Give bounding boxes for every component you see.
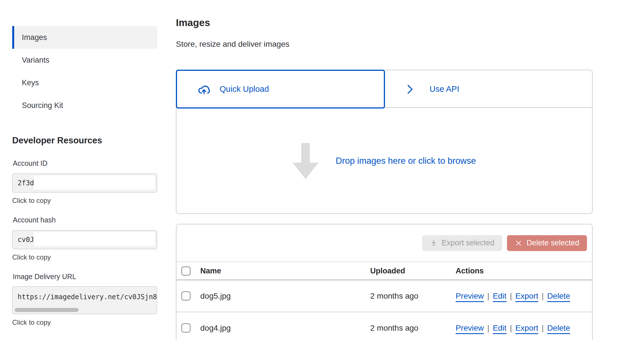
export-link[interactable]: Export [515, 324, 538, 333]
account-hash-copy-hint: Click to copy [12, 253, 51, 261]
edit-link[interactable]: Edit [493, 324, 506, 333]
account-hash-redaction [34, 232, 155, 246]
upload-card: Quick Upload Use API Drop images here or… [176, 70, 593, 214]
column-header-actions: Actions [456, 267, 592, 275]
sidebar-item-variants[interactable]: Variants [12, 49, 157, 71]
tab-quick-upload-label: Quick Upload [220, 84, 269, 94]
action-separator: | [542, 324, 544, 333]
sidebar-item-label: Keys [22, 78, 39, 87]
tab-use-api[interactable]: Use API [403, 70, 459, 108]
image-name: dog5.jpg [200, 292, 370, 301]
uploaded-ago: 2 months ago [370, 292, 456, 301]
table-row: dog5.jpg 2 months ago Preview | Edit | E… [176, 280, 592, 312]
delivery-url-value: https://imagedelivery.net/cv0JSjn80 [18, 293, 157, 301]
account-id-value: 2f3d [18, 179, 34, 187]
account-hash-value: cv0J [18, 236, 34, 244]
delivery-url-label: Image Delivery URL [13, 273, 76, 281]
page-title: Images [176, 17, 210, 28]
preview-link[interactable]: Preview [456, 292, 484, 301]
table-row: dog4.jpg 2 months ago Preview | Edit | E… [176, 312, 592, 340]
x-icon [515, 239, 523, 247]
row-checkbox[interactable] [181, 323, 191, 333]
action-separator: | [510, 292, 512, 301]
edit-link[interactable]: Edit [493, 292, 506, 301]
tab-quick-upload[interactable]: Quick Upload [176, 70, 385, 109]
action-separator: | [542, 292, 544, 301]
select-all-checkbox[interactable] [181, 266, 191, 276]
tab-use-api-label: Use API [430, 84, 459, 94]
sidebar-item-label: Images [22, 33, 47, 42]
horizontal-scrollbar-thumb[interactable] [15, 308, 79, 312]
chevron-right-icon [403, 83, 416, 95]
sidebar-item-sourcing-kit[interactable]: Sourcing Kit [12, 94, 157, 117]
row-actions: Preview | Edit | Export | Delete [456, 324, 592, 333]
preview-link[interactable]: Preview [456, 324, 484, 333]
delete-link[interactable]: Delete [547, 324, 570, 333]
big-down-arrow-icon [292, 143, 319, 179]
table-toolbar: Export selected Delete selected [176, 224, 592, 262]
sidebar-nav: Images Variants Keys Sourcing Kit [12, 26, 157, 117]
action-separator: | [510, 324, 512, 333]
uploaded-ago: 2 months ago [370, 324, 456, 333]
row-actions: Preview | Edit | Export | Delete [456, 292, 592, 301]
column-header-uploaded: Uploaded [370, 267, 456, 275]
upload-tab-row: Quick Upload Use API [176, 70, 592, 108]
cloud-upload-icon [197, 83, 211, 96]
image-name: dog4.jpg [200, 324, 370, 333]
dropzone-text: Drop images here or click to browse [336, 156, 476, 166]
delivery-url-copy-hint: Click to copy [12, 318, 51, 326]
export-selected-button[interactable]: Export selected [422, 235, 502, 251]
table-header-row: Name Uploaded Actions [176, 262, 592, 280]
page-subtitle: Store, resize and deliver images [176, 40, 289, 49]
action-separator: | [487, 324, 489, 333]
delivery-url-copy-field[interactable]: https://imagedelivery.net/cv0JSjn80 [12, 286, 157, 314]
export-link[interactable]: Export [515, 292, 538, 301]
account-id-copy-hint: Click to copy [12, 197, 51, 205]
developer-resources-heading: Developer Resources [12, 135, 102, 146]
action-separator: | [487, 292, 489, 301]
download-icon [430, 239, 438, 247]
account-id-copy-field[interactable]: 2f3d [12, 173, 157, 193]
delete-link[interactable]: Delete [547, 292, 570, 301]
dropzone[interactable]: Drop images here or click to browse [176, 109, 592, 213]
account-id-redaction [34, 175, 155, 190]
account-id-label: Account ID [13, 159, 47, 167]
sidebar-item-images[interactable]: Images [12, 26, 157, 49]
row-checkbox[interactable] [181, 291, 191, 301]
account-hash-label: Account hash [13, 216, 56, 224]
delete-selected-label: Delete selected [527, 239, 579, 247]
export-selected-label: Export selected [442, 239, 494, 247]
cloudflare-images-page: Images Variants Keys Sourcing Kit Develo… [0, 0, 644, 340]
account-hash-copy-field[interactable]: cv0J [12, 230, 157, 249]
images-table-card: Export selected Delete selected Name Upl… [176, 224, 593, 340]
sidebar-item-label: Variants [22, 56, 49, 65]
column-header-name: Name [200, 267, 370, 275]
sidebar-item-label: Sourcing Kit [22, 101, 63, 110]
delete-selected-button[interactable]: Delete selected [507, 235, 587, 251]
sidebar-item-keys[interactable]: Keys [12, 71, 157, 94]
